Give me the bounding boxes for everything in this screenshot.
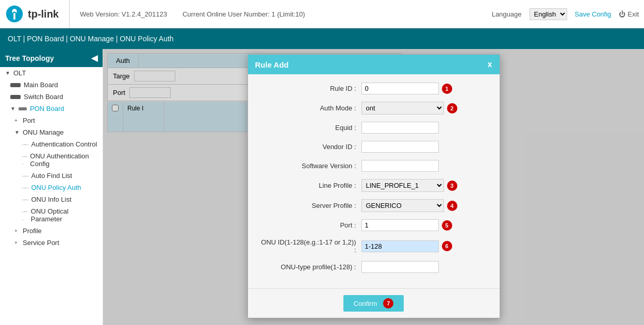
expand-icon: ▼ bbox=[5, 70, 11, 76]
sidebar-item-auto-find[interactable]: ·–· Auto Find List bbox=[0, 170, 103, 182]
onu-type-profile-row: ONU-type profile(1-128) : bbox=[258, 261, 489, 273]
equid-input[interactable] bbox=[361, 122, 439, 134]
auth-mode-label: Auth Mode : bbox=[258, 104, 361, 112]
server-profile-row: Server Profile : GENERICO 4 bbox=[258, 199, 489, 212]
onu-optical-label: ONU Optical Parameter bbox=[31, 207, 98, 223]
logo-area: tp-link bbox=[5, 0, 70, 28]
modal-close-button[interactable]: x bbox=[488, 60, 492, 69]
confirm-label: Confirm bbox=[354, 300, 377, 307]
step-4-circle: 4 bbox=[447, 201, 457, 211]
pon-board-expand-icon: ▼ bbox=[10, 106, 16, 111]
sidebar-item-pon-board[interactable]: ▼ PON Board bbox=[0, 103, 103, 115]
main-layout: Tree Topology ◀ ▼ OLT Main Board Switch … bbox=[0, 49, 644, 325]
line-profile-select[interactable]: LINE_PROFLE_1 LINE_PROFLE_2 bbox=[361, 179, 444, 192]
sidebar-item-profile[interactable]: + Profile bbox=[0, 225, 103, 237]
save-config-link[interactable]: Save Config bbox=[575, 10, 612, 18]
modal-body: Rule ID : 1 Auth Mode : ont mac loid hyb… bbox=[248, 74, 500, 288]
onu-id-row: ONU ID(1-128(e.g.:1-17 or 1,2)) : 6 bbox=[258, 238, 489, 254]
step-2-circle: 2 bbox=[447, 103, 457, 113]
onu-type-profile-input[interactable] bbox=[361, 261, 439, 273]
sidebar-item-onu-manage[interactable]: ▼ ONU Manage bbox=[0, 126, 103, 138]
breadcrumb-path: OLT | PON Board | ONU Manage | ONU Polic… bbox=[8, 35, 174, 43]
vendor-id-row: Vendor ID : bbox=[258, 141, 489, 153]
switch-board-device-icon bbox=[10, 95, 21, 99]
modal-footer: Confirm 7 bbox=[248, 288, 500, 318]
language-select[interactable]: English bbox=[530, 8, 567, 20]
equid-row: Equid : bbox=[258, 122, 489, 134]
header-info: Web Version: V1.2.4_201123 Current Onlin… bbox=[70, 10, 492, 18]
sidebar-item-switch-board[interactable]: Switch Board bbox=[0, 91, 103, 103]
sidebar-item-onu-policy-auth[interactable]: ·–· ONU Policy Auth bbox=[0, 182, 103, 193]
sidebar-header: Tree Topology ◀ bbox=[0, 49, 103, 67]
vendor-id-label: Vendor ID : bbox=[258, 143, 361, 151]
header: tp-link Web Version: V1.2.4_201123 Curre… bbox=[0, 0, 644, 28]
breadcrumb: OLT | PON Board | ONU Manage | ONU Polic… bbox=[0, 28, 644, 49]
service-port-expand-icon: + bbox=[14, 240, 21, 246]
sidebar-item-auth-control[interactable]: ·–· Authentication Control bbox=[0, 138, 103, 150]
software-version-input[interactable] bbox=[361, 160, 439, 172]
onu-policy-auth-label: ONU Policy Auth bbox=[31, 184, 81, 191]
service-port-label: Service Port bbox=[23, 239, 59, 247]
sidebar-item-onu-auth-config[interactable]: ·–· ONU Authentication Config bbox=[0, 150, 103, 170]
sidebar-item-main-board[interactable]: Main Board bbox=[0, 79, 103, 91]
olt-label: OLT bbox=[13, 69, 26, 77]
vendor-id-input[interactable] bbox=[361, 141, 439, 153]
switch-board-label: Switch Board bbox=[24, 93, 63, 101]
rule-id-input[interactable] bbox=[361, 83, 439, 94]
software-version-row: Software Version : bbox=[258, 160, 489, 172]
onu-info-label: ONU Info List bbox=[31, 196, 71, 203]
pon-board-label: PON Board bbox=[30, 105, 64, 112]
main-board-device-icon bbox=[10, 83, 21, 87]
modal-header: Rule Add x bbox=[248, 55, 500, 74]
rule-add-modal: Rule Add x Rule ID : 1 Auth Mode : ont bbox=[247, 54, 500, 318]
onu-auth-config-label: ONU Authentication Config bbox=[30, 152, 98, 168]
step-3-circle: 3 bbox=[447, 181, 457, 191]
sidebar-item-service-port[interactable]: + Service Port bbox=[0, 237, 103, 249]
onu-id-label: ONU ID(1-128(e.g.:1-17 or 1,2)) : bbox=[258, 238, 361, 254]
modal-overlay: Rule Add x Rule ID : 1 Auth Mode : ont bbox=[103, 49, 644, 325]
server-profile-label: Server Profile : bbox=[258, 202, 361, 209]
sidebar: Tree Topology ◀ ▼ OLT Main Board Switch … bbox=[0, 49, 103, 325]
auth-control-label: Authentication Control bbox=[31, 140, 97, 148]
power-icon: ⏻ bbox=[619, 10, 625, 18]
auth-mode-select[interactable]: ont mac loid hybrid bbox=[361, 102, 444, 115]
web-version: Web Version: V1.2.4_201123 bbox=[80, 10, 167, 18]
header-right: Language English Save Config ⏻ Exit bbox=[492, 8, 639, 20]
sidebar-item-onu-optical[interactable]: ·–· ONU Optical Parameter bbox=[0, 205, 103, 225]
port-field-row: Port : 5 bbox=[258, 219, 489, 231]
line-profile-row: Line Profile : LINE_PROFLE_1 LINE_PROFLE… bbox=[258, 179, 489, 192]
exit-button[interactable]: ⏻ Exit bbox=[619, 10, 639, 18]
port-field-label: Port : bbox=[258, 221, 361, 229]
svg-rect-1 bbox=[13, 13, 15, 20]
rule-id-label: Rule ID : bbox=[258, 85, 361, 92]
confirm-button[interactable]: Confirm 7 bbox=[343, 295, 404, 312]
server-profile-select[interactable]: GENERICO bbox=[361, 199, 444, 212]
tp-link-logo-icon bbox=[5, 5, 24, 23]
online-users: Current Online User Number: 1 (Limit:10) bbox=[183, 10, 305, 18]
port-expand-icon: + bbox=[14, 118, 21, 123]
sidebar-item-port[interactable]: + Port bbox=[0, 115, 103, 126]
sidebar-item-olt[interactable]: ▼ OLT bbox=[0, 67, 103, 79]
rule-id-row: Rule ID : 1 bbox=[258, 83, 489, 94]
step-5-circle: 5 bbox=[442, 220, 452, 231]
sidebar-title: Tree Topology bbox=[5, 54, 54, 62]
main-board-label: Main Board bbox=[24, 81, 58, 89]
onu-manage-label: ONU Manage bbox=[23, 128, 63, 136]
step-1-circle: 1 bbox=[442, 84, 452, 94]
profile-expand-icon: + bbox=[14, 228, 21, 234]
software-version-label: Software Version : bbox=[258, 162, 361, 170]
modal-title: Rule Add bbox=[255, 60, 289, 69]
port-field-input[interactable] bbox=[361, 219, 439, 231]
auto-find-label: Auto Find List bbox=[31, 172, 72, 180]
sidebar-toggle-icon[interactable]: ◀ bbox=[91, 53, 97, 63]
equid-label: Equid : bbox=[258, 124, 361, 132]
sidebar-item-onu-info[interactable]: ·–· ONU Info List bbox=[0, 193, 103, 205]
pon-board-device-icon bbox=[19, 107, 27, 110]
onu-type-profile-label: ONU-type profile(1-128) : bbox=[258, 263, 361, 271]
exit-label: Exit bbox=[628, 10, 639, 18]
onu-manage-expand-icon: ▼ bbox=[14, 129, 21, 135]
port-label: Port bbox=[23, 117, 35, 124]
content-area: Auth Targe Port PON0/0/6 Set R bbox=[103, 49, 644, 325]
onu-id-input[interactable] bbox=[361, 240, 439, 252]
auth-mode-row: Auth Mode : ont mac loid hybrid 2 bbox=[258, 102, 489, 115]
